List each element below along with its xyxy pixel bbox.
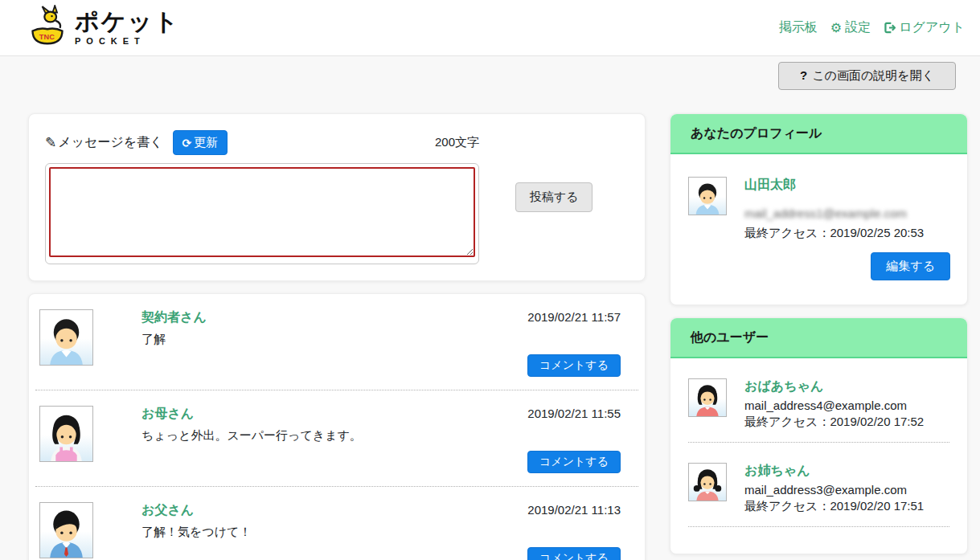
profile-card-title: あなたのプロフィール xyxy=(670,114,967,154)
message-sender-name: お父さん xyxy=(141,502,194,519)
message-row: 契約者さん 2019/02/21 11:57 了解 コメントする xyxy=(29,294,645,390)
profile-user-name: 山田太郎 xyxy=(744,177,950,194)
message-text: 了解 xyxy=(141,332,621,347)
avatar-father xyxy=(39,502,93,558)
message-text: ちょっと外出。スーパー行ってきます。 xyxy=(141,428,621,444)
page-body: ?この画面の説明を開く ✎ メッセージを書く ⟳ xyxy=(0,62,980,560)
message-sender-name: お母さん xyxy=(141,406,194,423)
open-help-button[interactable]: ?この画面の説明を開く xyxy=(778,62,956,90)
message-text: 了解！気をつけて！ xyxy=(141,525,621,540)
question-icon: ? xyxy=(800,68,807,82)
user-row: おばあちゃん mail_address4@example.com 最終アクセス：… xyxy=(670,358,967,442)
message-row: お母さん 2019/02/21 11:55 ちょっと外出。スーパー行ってきます。… xyxy=(35,390,638,486)
nav-link-board[interactable]: 掲示板 xyxy=(779,19,818,36)
refresh-icon: ⟳ xyxy=(182,137,192,149)
other-users-title: 他のユーザー xyxy=(670,318,967,358)
kangaroo-logo-icon: TNC xyxy=(28,5,67,51)
user-last-access: 最終アクセス：2019/02/20 17:51 xyxy=(744,499,949,514)
nav-link-settings[interactable]: ⚙ 設定 xyxy=(830,19,871,36)
avatar-boy xyxy=(688,177,727,215)
message-input[interactable] xyxy=(49,167,475,257)
brand-name-jp: ポケット xyxy=(75,10,180,34)
message-list-card: 契約者さん 2019/02/21 11:57 了解 コメントする xyxy=(28,293,646,560)
gear-icon: ⚙ xyxy=(830,22,842,35)
profile-card: あなたのプロフィール xyxy=(670,113,968,305)
brand-name-en: POCKET xyxy=(75,36,180,46)
comment-button[interactable]: コメントする xyxy=(527,547,621,560)
avatar-boy xyxy=(39,309,93,366)
nav-link-logout[interactable]: ログアウト xyxy=(884,19,965,36)
textarea-wrapper xyxy=(45,163,479,264)
avatar-grandma xyxy=(688,378,727,417)
comment-button[interactable]: コメントする xyxy=(527,354,621,377)
message-row: お父さん 2019/02/21 11:13 了解！気をつけて！ コメントする xyxy=(35,486,638,560)
refresh-button[interactable]: ⟳ 更新 xyxy=(173,130,228,155)
user-row: お姉ちゃん mail_address3@example.com 最終アクセス：2… xyxy=(670,443,967,526)
profile-last-access: 最終アクセス：2019/02/25 20:53 xyxy=(744,226,950,241)
message-sender-name: 契約者さん xyxy=(141,309,207,326)
user-name: おばあちゃん xyxy=(744,378,949,395)
pencil-icon: ✎ xyxy=(45,134,56,151)
logout-icon xyxy=(884,22,896,34)
top-header: TNC ポケット POCKET 掲示板 ⚙ 設定 ログアウト xyxy=(0,0,980,56)
message-timestamp: 2019/02/21 11:57 xyxy=(527,310,621,324)
app-logo[interactable]: TNC ポケット POCKET xyxy=(28,5,180,51)
user-email: mail_address4@example.com xyxy=(744,399,949,412)
message-timestamp: 2019/02/21 11:55 xyxy=(527,407,621,420)
edit-profile-button[interactable]: 編集する xyxy=(871,252,950,280)
svg-text:TNC: TNC xyxy=(39,32,55,40)
comment-button[interactable]: コメントする xyxy=(527,451,621,473)
char-counter: 200文字 xyxy=(435,135,479,150)
composer-title: ✎ メッセージを書く xyxy=(45,134,163,151)
post-button[interactable]: 投稿する xyxy=(515,182,593,212)
message-composer-card: ✎ メッセージを書く ⟳ 更新 200文字 xyxy=(28,113,646,281)
message-timestamp: 2019/02/21 11:13 xyxy=(527,503,621,517)
avatar-mother xyxy=(39,406,93,462)
profile-email-blurred: mail_address1@example.com xyxy=(744,206,950,220)
user-name: お姉ちゃん xyxy=(744,463,949,480)
user-last-access: 最終アクセス：2019/02/20 17:52 xyxy=(744,415,949,430)
dotted-divider xyxy=(688,526,949,527)
other-users-card: 他のユーザー xyxy=(670,317,968,554)
avatar-sister xyxy=(688,463,727,501)
header-nav: 掲示板 ⚙ 設定 ログアウト xyxy=(779,19,965,36)
user-email: mail_address3@example.com xyxy=(744,483,949,497)
